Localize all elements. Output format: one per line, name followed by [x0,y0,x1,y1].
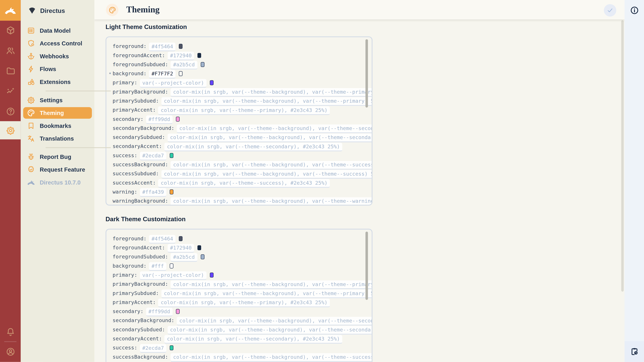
rule-value[interactable]: color-mix(in srgb, var(--theme--success)… [158,179,330,188]
theme-rule: background:#fff [112,261,372,271]
rule-value[interactable]: color-mix(in srgb, var(--theme--primary)… [158,299,330,307]
color-swatch[interactable] [210,273,214,278]
module-settings[interactable] [0,121,21,139]
module-content[interactable] [0,21,21,39]
rule-value[interactable]: #ff99dd [146,308,172,316]
rule-value[interactable]: #ff99dd [146,115,172,124]
code-scrollbar[interactable] [366,232,368,300]
theme-rule: foregroundAccent:#172940 [112,243,372,252]
rule-value[interactable]: #fff [149,262,166,271]
rule-value[interactable]: color-mix(in srgb, var(--theme--backgrou… [161,97,372,106]
dark-theme-editor[interactable]: foreground:#4f5464foregroundAccent:#1729… [106,229,372,362]
rule-property: foregroundSubdued: [112,254,168,260]
sidebar-item-label: Extensions [40,79,70,85]
sidebar-item-theming[interactable]: Theming [23,107,92,119]
sidebar-item-settings[interactable]: Settings [23,94,92,106]
rule-value[interactable]: color-mix(in srgb, var(--theme--primary)… [158,106,330,115]
color-swatch[interactable] [170,264,174,269]
rule-value[interactable]: color-mix(in srgb, var(--theme--backgrou… [170,353,372,362]
module-users[interactable] [0,41,21,60]
color-swatch[interactable] [176,117,180,122]
color-swatch[interactable] [179,71,183,76]
theme-rule: primary:var(--project-color) [112,271,372,280]
module-docs[interactable] [0,102,21,120]
rule-value[interactable]: color-mix(in srgb, var(--theme--backgrou… [161,289,372,298]
sidebar-item-extensions[interactable]: Extensions [23,76,92,88]
rule-value[interactable]: #F7F7F2 [149,70,176,78]
color-swatch[interactable] [170,189,174,194]
account-icon [6,347,15,356]
bookmark-icon [27,122,35,130]
rule-value[interactable]: #2ecda7 [140,344,166,353]
color-swatch[interactable] [210,80,214,85]
rule-value[interactable]: #a2b5cd [170,61,197,69]
rule-property: successBackground: [112,354,168,360]
sidebar-item-label: Data Model [40,27,70,34]
rule-value[interactable]: #172940 [168,51,194,60]
sidebar-item-data-model[interactable]: Data Model [23,25,92,36]
theme-rule: primarySubdued:color-mix(in srgb, var(--… [112,289,372,298]
rule-value[interactable]: color-mix(in srgb, var(--theme--secondar… [164,335,342,344]
sidebar-item-request-feature[interactable]: Request Feature [23,164,92,175]
light-theme-editor[interactable]: foreground:#4f5464foregroundAccent:#1729… [106,36,372,205]
color-swatch[interactable] [198,53,201,58]
rule-value[interactable]: color-mix(in srgb, var(--theme--backgrou… [168,326,372,334]
info-button[interactable] [629,5,640,16]
color-swatch[interactable] [198,245,201,250]
page-scrollbar[interactable] [621,20,624,292]
rule-value[interactable]: #2ecda7 [140,151,166,160]
theme-rule: secondarySubdued:color-mix(in srgb, var(… [112,325,372,334]
color-swatch[interactable] [170,153,174,158]
project-chooser[interactable]: Directus [21,4,94,16]
project-logo-icon [28,6,36,14]
color-swatch[interactable] [200,62,204,67]
module-notifications[interactable] [0,323,21,341]
rule-property: successSubdued: [112,170,159,177]
rule-value[interactable]: color-mix(in srgb, var(--theme--backgrou… [170,88,372,96]
module-files[interactable] [0,62,21,80]
sidebar-item-bookmarks[interactable]: Bookmarks [23,120,92,132]
sidebar-item-translations[interactable]: Translations [23,133,92,144]
extensions-icon [27,78,35,86]
rule-property: secondary: [112,116,144,122]
theme-rule: •background:#F7F7F2 [112,69,372,78]
gear-icon [6,125,15,135]
color-swatch[interactable] [179,236,183,241]
rule-value[interactable]: color-mix(in srgb, var(--theme--backgrou… [170,197,372,206]
revisions-button[interactable] [624,341,644,362]
rule-value[interactable]: color-mix(in srgb, var(--theme--backgrou… [177,317,372,325]
right-sidebar [624,0,644,362]
rule-value[interactable]: color-mix(in srgb, var(--theme--secondar… [164,142,342,151]
color-swatch[interactable] [176,309,180,314]
rule-value[interactable]: #4f5464 [149,42,176,51]
rule-value[interactable]: #172940 [168,244,194,253]
color-swatch[interactable] [200,254,204,259]
rule-value[interactable]: color-mix(in srgb, var(--theme--backgrou… [161,170,372,178]
color-swatch[interactable] [179,44,183,49]
sidebar-item-flows[interactable]: Flows [23,63,92,75]
rule-value[interactable]: #ffa439 [140,188,166,197]
code-scrollbar[interactable] [366,39,368,107]
color-swatch[interactable] [170,346,174,351]
sidebar-item-access-control[interactable]: Access Control [23,38,92,49]
save-button[interactable] [604,4,616,16]
rule-value[interactable]: #a2b5cd [170,253,197,262]
sidebar-item-report-bug[interactable]: Report Bug [23,151,92,163]
rule-value[interactable]: color-mix(in srgb, var(--theme--backgrou… [177,124,372,133]
rule-value[interactable]: color-mix(in srgb, var(--theme--backgrou… [168,133,372,142]
new-releases-icon [27,165,35,174]
theme-rule: primaryBackground:color-mix(in srgb, var… [112,87,372,96]
rule-value[interactable]: color-mix(in srgb, var(--theme--backgrou… [170,161,372,169]
module-account[interactable] [0,343,21,361]
section-title-dark: Dark Theme Customization [106,216,186,223]
module-insights[interactable] [0,82,21,100]
rule-value[interactable]: color-mix(in srgb, var(--theme--backgrou… [170,280,372,289]
help-icon [6,106,15,116]
rule-property: background: [112,263,146,269]
gear-icon [27,96,35,104]
rule-value[interactable]: var(--project-color) [140,79,206,87]
directus-logo-button[interactable] [0,0,21,21]
rule-value[interactable]: var(--project-color) [140,271,206,280]
sidebar-item-webhooks[interactable]: Webhooks [23,50,92,62]
rule-value[interactable]: #4f5464 [149,235,176,244]
